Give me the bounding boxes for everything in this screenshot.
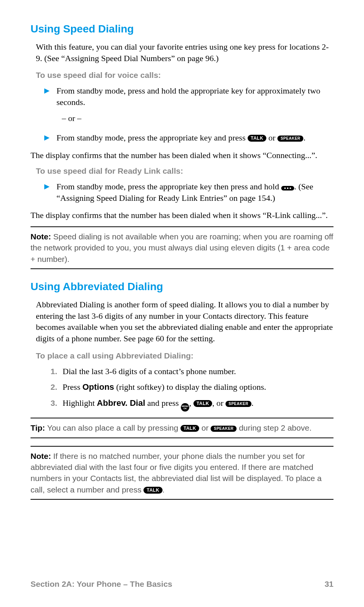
- text-fragment: .: [251, 398, 254, 408]
- step-item: 1. Dial the last 3-6 digits of a contact…: [44, 366, 333, 377]
- step-text: Dial the last 3-6 digits of a contact’s …: [63, 366, 333, 377]
- note-label: Note:: [31, 232, 51, 241]
- text-fragment: If there is no matched number, your phon…: [31, 452, 322, 494]
- confirm-text: The display confirms that the number has…: [31, 210, 333, 221]
- note-label: Note:: [31, 452, 51, 460]
- or-separator-row: – or –: [44, 113, 333, 128]
- triangle-bullet-icon: ▶: [44, 85, 56, 108]
- text-fragment: or: [266, 133, 277, 142]
- footer-section-label: Section 2A: Your Phone – The Basics: [31, 580, 172, 589]
- talk-button-icon: TALK: [248, 135, 266, 142]
- bullet-item: ▶ From standby mode, press and hold the …: [44, 85, 333, 108]
- heading-abbrev-dialing: Using Abbreviated Dialing: [31, 281, 333, 293]
- dots-button-icon: [281, 186, 294, 190]
- step-item: 3. Highlight Abbrev. Dial and press MENU…: [44, 397, 333, 412]
- intro-paragraph: With this feature, you can dial your fav…: [36, 41, 333, 64]
- text-fragment: Press: [63, 382, 82, 392]
- step-text: Press Options (right softkey) to display…: [63, 381, 333, 393]
- text-fragment: From standby mode, press the appropriate…: [56, 182, 281, 191]
- text-fragment: .: [163, 485, 165, 494]
- heading-speed-dialing: Using Speed Dialing: [31, 23, 333, 35]
- triangle-bullet-icon: ▶: [44, 132, 56, 144]
- step-number: 1.: [44, 366, 63, 377]
- note-box: Note: Speed dialing is not available whe…: [31, 226, 333, 269]
- text-fragment: during step 2 above.: [237, 423, 311, 432]
- talk-button-icon: TALK: [143, 487, 162, 494]
- readylink-label: To use speed dial for Ready Link calls:: [36, 166, 333, 176]
- step-text: Highlight Abbrev. Dial and press MENUOK,…: [63, 397, 333, 412]
- triangle-bullet-icon: ▶: [44, 181, 56, 203]
- bullet-text: From standby mode, press the appropriate…: [56, 132, 333, 144]
- talk-button-icon: TALK: [193, 400, 212, 407]
- text-fragment: and press: [145, 398, 181, 408]
- tip-box: Tip: You can also place a call by pressi…: [31, 418, 333, 438]
- text-fragment: Highlight: [63, 398, 97, 408]
- speaker-button-icon: SPEAKER: [277, 136, 303, 142]
- text-fragment: .: [303, 133, 306, 142]
- text-fragment: You can also place a call by pressing: [45, 423, 180, 432]
- text-fragment: or: [199, 423, 211, 432]
- page-number: 31: [325, 580, 333, 589]
- options-softkey-label: Options: [82, 382, 114, 392]
- text-fragment: (right softkey) to display the dialing o…: [114, 382, 266, 392]
- speaker-button-icon: SPEAKER: [225, 401, 251, 407]
- text-fragment: From standby mode, press the appropriate…: [56, 133, 248, 142]
- talk-button-icon: TALK: [180, 425, 199, 432]
- bullet-text: From standby mode, press and hold the ap…: [56, 85, 333, 108]
- note-body: Speed dialing is not available when you …: [31, 232, 333, 263]
- menu-ok-button-icon: MENUOK: [181, 403, 189, 412]
- or-text: – or –: [62, 113, 333, 124]
- step-number: 2.: [44, 381, 63, 393]
- tip-label: Tip:: [31, 423, 45, 432]
- text-fragment: , or: [212, 398, 225, 408]
- voice-calls-label: To use speed dial for voice calls:: [36, 71, 333, 80]
- step-item: 2. Press Options (right softkey) to disp…: [44, 381, 333, 393]
- bullet-item: ▶ From standby mode, press the appropria…: [44, 132, 333, 144]
- intro-paragraph: Abbreviated Dialing is another form of s…: [36, 299, 333, 344]
- note-box: Note: If there is no matched number, you…: [31, 446, 333, 500]
- bullet-text: From standby mode, press the appropriate…: [56, 181, 333, 203]
- abbrev-dial-label: Abbrev. Dial: [97, 398, 145, 408]
- confirm-text: The display confirms that the number has…: [31, 150, 333, 161]
- step-number: 3.: [44, 397, 63, 412]
- bullet-item: ▶ From standby mode, press the appropria…: [44, 181, 333, 203]
- abbrev-sub-label: To place a call using Abbreviated Dialin…: [36, 351, 333, 360]
- speaker-button-icon: SPEAKER: [211, 426, 237, 432]
- text-fragment: ,: [189, 398, 193, 408]
